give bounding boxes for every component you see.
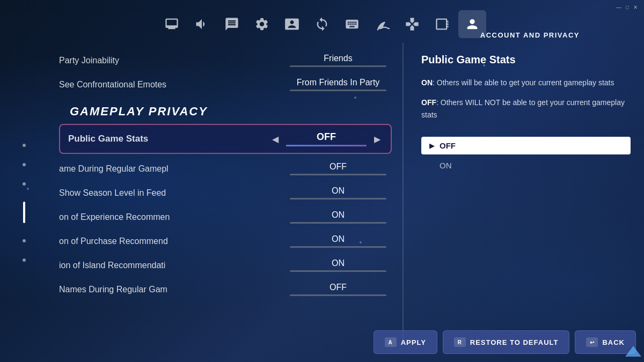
setting-season-level-feed[interactable]: Show Season Level in Feed ON	[59, 181, 392, 205]
minimize-button[interactable]: —	[616, 4, 621, 10]
party-joinability-value: Friends	[324, 54, 352, 63]
option-on-label: ON	[440, 161, 452, 170]
section-title: ACCOUNT AND PRIVACY	[480, 31, 580, 39]
game-regular-gameplay-label: ame During Regular Gamepl	[59, 164, 220, 174]
main-content: Party Joinability Friends See Confrontat…	[48, 43, 402, 354]
setting-island-recommend[interactable]: ion of Island Recommendati ON	[59, 253, 392, 277]
next-arrow-icon[interactable]: ▶	[372, 132, 383, 146]
confrontational-emotes-underline	[290, 90, 386, 91]
season-level-feed-label: Show Season Level in Feed	[59, 188, 220, 198]
close-button[interactable]: ✕	[633, 4, 638, 10]
experience-recommend-underline	[290, 222, 386, 224]
names-regular-game-value: OFF	[330, 283, 347, 292]
decorative-triangle	[625, 346, 641, 357]
window-controls: — □ ✕	[616, 4, 638, 10]
back-label: BACK	[602, 338, 625, 346]
restore-label: RESTORE TO DEFAULT	[470, 338, 559, 346]
season-level-feed-value: ON	[332, 186, 345, 196]
purchase-recommend-label: on of Purchase Recommend	[59, 237, 220, 246]
purchase-recommend-underline	[290, 246, 386, 248]
option-off-arrow: ▶	[429, 142, 434, 150]
nav-network-icon[interactable]	[368, 10, 396, 38]
selected-value-box: OFF	[286, 131, 367, 146]
setting-names-regular-game[interactable]: Names During Regular Gam OFF	[59, 277, 392, 301]
settings-list: Party Joinability Friends See Confrontat…	[48, 43, 402, 307]
game-regular-gameplay-underline	[290, 174, 386, 175]
setting-public-game-stats[interactable]: Public Game Stats ◀ OFF ▶	[59, 124, 392, 154]
off-label: OFF: Others WILL NOT be able to get your…	[421, 98, 625, 119]
gameplay-privacy-heading: GAMEPLAY PRIVACY	[59, 97, 392, 124]
island-recommend-underline	[290, 270, 386, 272]
sidebar-item-4-active[interactable]	[23, 202, 25, 223]
party-joinability-value-container: Friends	[284, 54, 392, 67]
nav-settings-icon[interactable]	[248, 10, 276, 38]
maximize-button[interactable]: □	[626, 4, 629, 10]
names-regular-game-label: Names During Regular Gam	[59, 285, 220, 294]
dropdown-options: ▶ OFF ▶ ON	[421, 137, 631, 174]
right-panel-desc-on: ON: Others will be able to get your curr…	[421, 77, 631, 88]
left-sidebar	[0, 43, 48, 362]
island-recommend-label: ion of Island Recommendati	[59, 261, 220, 270]
public-game-stats-underline	[286, 145, 367, 146]
confrontational-emotes-value-container: From Friends In Party	[284, 78, 392, 91]
experience-recommend-value: ON	[332, 210, 345, 220]
season-level-feed-underline	[290, 198, 386, 200]
experience-recommend-value-container: ON	[284, 210, 392, 224]
sidebar-item-5[interactable]	[23, 239, 26, 242]
right-panel-desc-off: OFF: Others WILL NOT be able to get your…	[421, 97, 631, 121]
party-joinability-label: Party Joinability	[59, 56, 220, 65]
option-off-label: OFF	[440, 141, 456, 150]
apply-button[interactable]: A APPLY	[374, 330, 437, 354]
nav-update-icon[interactable]	[308, 10, 336, 38]
island-recommend-value-container: ON	[284, 258, 392, 272]
restore-icon: R	[454, 337, 466, 347]
sidebar-item-6[interactable]	[23, 258, 26, 262]
prev-arrow-icon[interactable]: ◀	[270, 132, 281, 146]
season-level-feed-value-container: ON	[284, 186, 392, 200]
option-on[interactable]: ▶ ON	[421, 157, 631, 174]
names-regular-game-value-container: OFF	[284, 283, 392, 296]
setting-purchase-recommend[interactable]: on of Purchase Recommend ON	[59, 229, 392, 253]
nav-display-icon[interactable]	[158, 10, 186, 38]
confrontational-emotes-label: See Confrontational Emotes	[59, 80, 220, 90]
setting-party-joinability[interactable]: Party Joinability Friends	[59, 48, 392, 72]
setting-confrontational-emotes[interactable]: See Confrontational Emotes From Friends …	[59, 72, 392, 97]
sidebar-item-2[interactable]	[23, 163, 26, 166]
nav-gamepad-icon[interactable]	[398, 10, 426, 38]
apply-icon: A	[385, 337, 397, 347]
setting-experience-recommend[interactable]: on of Experience Recommen ON	[59, 205, 392, 229]
apply-label: APPLY	[401, 338, 426, 346]
names-regular-game-underline	[290, 294, 386, 296]
game-regular-gameplay-value: OFF	[330, 162, 347, 172]
experience-recommend-label: on of Experience Recommen	[59, 212, 220, 222]
on-label: ON: Others will be able to get your curr…	[421, 78, 614, 87]
nav-keyboard-icon[interactable]	[338, 10, 366, 38]
purchase-recommend-value: ON	[332, 234, 345, 244]
vertical-divider	[402, 43, 404, 343]
game-regular-gameplay-value-container: OFF	[284, 162, 392, 175]
nav-audio-icon[interactable]	[188, 10, 216, 38]
restore-button[interactable]: R RESTORE TO DEFAULT	[443, 330, 570, 354]
party-joinability-underline	[290, 65, 386, 67]
nav-controller-icon[interactable]	[428, 10, 456, 38]
right-panel-title: Public Game Stats	[421, 54, 631, 66]
nav-video-icon[interactable]	[278, 10, 306, 38]
right-panel: Public Game Stats ON: Others will be abl…	[408, 43, 644, 343]
public-game-stats-value: OFF	[317, 131, 336, 143]
sidebar-item-1[interactable]	[23, 144, 26, 147]
purchase-recommend-value-container: ON	[284, 234, 392, 248]
bottom-buttons: A APPLY R RESTORE TO DEFAULT ↩ BACK	[374, 330, 636, 354]
confrontational-emotes-value: From Friends In Party	[297, 78, 380, 87]
back-icon: ↩	[586, 337, 598, 347]
sidebar-item-3[interactable]	[23, 182, 26, 186]
public-game-stats-value-container: ◀ OFF ▶	[270, 131, 383, 146]
nav-chat-icon[interactable]	[218, 10, 246, 38]
island-recommend-value: ON	[332, 258, 345, 268]
option-off[interactable]: ▶ OFF	[421, 137, 631, 154]
public-game-stats-label: Public Game Stats	[68, 134, 229, 144]
setting-game-regular-gameplay[interactable]: ame During Regular Gamepl OFF	[59, 157, 392, 181]
